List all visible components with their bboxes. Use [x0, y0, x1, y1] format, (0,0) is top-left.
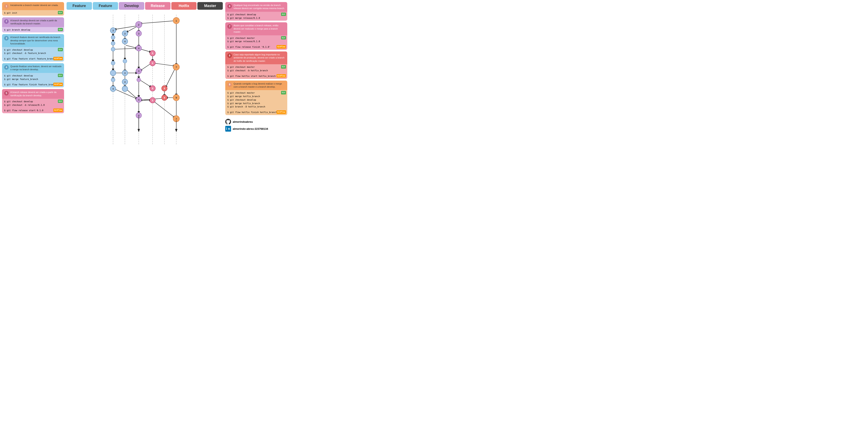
badge-git-5-0: Git: [58, 100, 63, 103]
svg-line-35: [140, 63, 152, 71]
code-block-4-1: $ git flow feature finish feature_branch…: [2, 82, 64, 87]
card-number-9: 9: [227, 83, 232, 87]
code-block-9-1: $ git flow hotfix finish hotfix_branchGi…: [225, 110, 287, 115]
card-number-2: 2: [4, 19, 9, 24]
left-panel: 1Inicialmente a branch master deverá ser…: [2, 2, 64, 146]
code-block-3-1: $ git flow feature start feature_branchG…: [2, 56, 64, 62]
svg-text:4: 4: [138, 98, 139, 101]
code-block-6-0: $ git checkout develop $ git merge relea…: [225, 12, 287, 21]
svg-text:2: 2: [138, 24, 139, 26]
right-panel: 6Qualquer bug encontrado na versão da br…: [225, 2, 287, 146]
code-content-1-0: $ git init: [4, 11, 62, 15]
card-text-4: Quando finalizar uma feature, deverá ser…: [10, 65, 62, 71]
branch-header-hotfix: Hotfix: [171, 2, 197, 10]
svg-point-68: [123, 59, 127, 63]
card-number-6: 6: [227, 4, 232, 8]
badge-git-2-0: Git: [58, 28, 63, 31]
svg-text:3: 3: [113, 29, 114, 32]
badge-gitflow-7-1: GitFlow: [277, 45, 286, 48]
svg-text:8: 8: [164, 87, 165, 90]
svg-text:7: 7: [176, 118, 177, 120]
svg-point-89: [122, 86, 128, 92]
badge-gitflow-8-1: GitFlow: [277, 74, 286, 78]
svg-line-33: [140, 49, 152, 52]
code-content-7-0: $ git checkout master $ git merge releas…: [227, 36, 285, 43]
card-number-7: 7: [227, 24, 232, 29]
badge-git-9-0: Git: [281, 91, 286, 94]
card-text-7: Assim que consildar a branch release, en…: [234, 24, 285, 33]
svg-text:5: 5: [152, 52, 153, 55]
github-item: almerindoabreu: [225, 119, 287, 125]
code-block-4-0: $ git checkout develop $ git merge featu…: [2, 73, 64, 82]
card-text-1: Inicialmente a branch master deverá ser …: [10, 4, 58, 7]
card-5: 5A branch release deverá ser criada a pa…: [2, 89, 64, 113]
svg-point-59: [111, 35, 115, 39]
card-text-3: A branch feature deverá ser ramificada d…: [10, 36, 62, 45]
card-text-8: Caso seja reportado algum bug importante…: [234, 53, 285, 63]
code-block-7-0: $ git checkout master $ git merge releas…: [225, 35, 287, 44]
linkedin-item: almerindo-abreu-223768134: [225, 126, 287, 132]
diagram-area: 1 2 3 3 3 4 4: [66, 11, 223, 146]
svg-text:9: 9: [164, 96, 165, 99]
card-number-8: 8: [227, 53, 232, 58]
svg-text:4: 4: [113, 88, 114, 90]
card-number-5: 5: [4, 91, 9, 95]
badge-git-6-0: Git: [281, 12, 286, 16]
card-number-3: 3: [4, 36, 9, 40]
badge-git-8-0: Git: [281, 65, 286, 68]
svg-text:3: 3: [124, 72, 125, 74]
card-8: 8Caso seja reportado algum bug important…: [225, 52, 287, 79]
svg-point-76: [111, 70, 116, 76]
branch-header-develop: Develop: [119, 2, 144, 10]
svg-point-65: [111, 47, 115, 51]
card-text-6: Qualquer bug encontrado na versão da bra…: [234, 4, 285, 10]
branch-header-feature: Feature: [66, 2, 92, 10]
svg-line-37: [154, 63, 175, 66]
svg-text:3: 3: [138, 70, 139, 72]
code-block-5-1: $ git flow release start 0.1.0GitFlow: [2, 107, 64, 113]
svg-line-28: [114, 48, 138, 50]
card-text-2: A branch develop deverá ser criada a par…: [10, 19, 62, 25]
code-content-3-0: $ git checkout develop $ git checkout -b…: [4, 48, 62, 55]
branch-header-release: Release: [145, 2, 170, 10]
svg-text:1: 1: [176, 20, 177, 22]
code-content-4-0: $ git checkout develop $ git merge featu…: [4, 74, 62, 81]
badge-gitflow-4-1: GitFlow: [53, 83, 63, 86]
code-block-8-0: $ git checkout master $ git checkout -b …: [225, 64, 287, 73]
code-block-5-0: $ git checkout develop $ git checkout -b…: [2, 99, 64, 108]
code-block-2-0: $ git branch developGit: [2, 27, 64, 33]
badge-git-3-0: Git: [58, 48, 63, 51]
card-3: 3A branch feature deverá ser ramificada …: [2, 34, 64, 62]
github-label: almerindoabreu: [233, 120, 253, 123]
branch-headers: FeatureFeatureDevelopReleaseHotfixMaster: [66, 2, 223, 10]
card-text-9: Quando corrigido o bug deverá realizar o…: [234, 82, 285, 89]
code-content-8-0: $ git checkout master $ git checkout -b …: [227, 65, 285, 72]
badge-git-1-0: Git: [58, 11, 63, 14]
code-content-2-0: $ git branch develop: [4, 28, 62, 32]
svg-text:3: 3: [124, 32, 125, 35]
badge-gitflow-5-1: GitFlow: [53, 109, 63, 112]
card-9: 9Quando corrigido o bug deverá realizar …: [225, 81, 287, 115]
git-flow-diagram: 1 2 3 3 3 4 4: [66, 11, 223, 145]
svg-point-60: [111, 41, 115, 45]
code-block-1-0: $ git initGit: [2, 10, 64, 16]
svg-line-38: [140, 80, 152, 87]
code-content-6-0: $ git checkout develop $ git merge relea…: [227, 13, 285, 20]
branch-header-feature: Feature: [93, 2, 118, 10]
card-number-1: 1: [4, 4, 9, 8]
svg-text:4: 4: [124, 40, 125, 43]
svg-text:6: 6: [152, 62, 153, 64]
code-content-9-0: $ git checkout master $ git merge hotfix…: [227, 91, 285, 109]
card-2: 2A branch develop deverá ser criada a pa…: [2, 18, 64, 33]
linkedin-icon: [225, 126, 231, 132]
code-block-3-0: $ git checkout develop $ git checkout -b…: [2, 47, 64, 56]
svg-point-80: [111, 78, 115, 82]
badge-gitflow-3-1: GitFlow: [53, 57, 63, 60]
svg-text:9: 9: [176, 96, 177, 99]
svg-text:5: 5: [152, 99, 153, 102]
svg-rect-104: [225, 126, 231, 132]
svg-text:9: 9: [152, 87, 153, 90]
card-7: 7Assim que consildar a branch release, e…: [225, 22, 287, 50]
card-text-5: A branch release deverá ser criada a par…: [10, 91, 62, 97]
badge-git-7-0: Git: [281, 36, 286, 39]
